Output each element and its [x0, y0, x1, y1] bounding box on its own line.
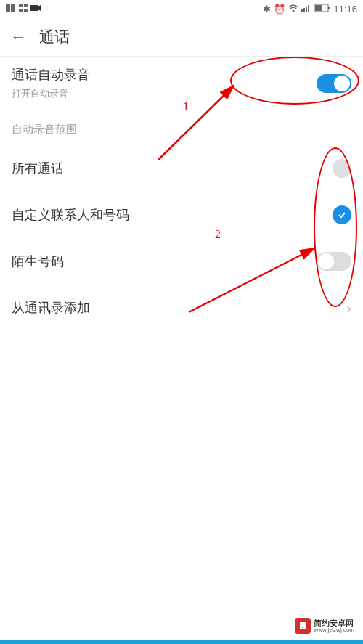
back-icon[interactable]: ←: [10, 29, 26, 45]
auto-record-title: 通话自动录音: [12, 66, 90, 83]
svg-point-8: [293, 9, 295, 12]
svg-rect-12: [308, 5, 309, 12]
custom-contacts-radio[interactable]: [333, 205, 351, 224]
unknown-numbers-toggle[interactable]: [317, 252, 351, 271]
auto-record-toggle[interactable]: [317, 74, 351, 93]
grid-icon: [19, 4, 28, 15]
bottom-accent-bar: [0, 640, 363, 644]
watermark-url: www.jylzwj.com: [314, 627, 354, 634]
battery-icon: [314, 4, 330, 15]
status-bar: ✱ ⏰ 11:16: [0, 0, 363, 17]
title-bar: ← 通话: [0, 17, 363, 57]
all-calls-label: 所有通话: [12, 160, 64, 177]
svg-rect-5: [24, 9, 28, 12]
section-header: 自动录音范围: [0, 110, 363, 145]
svg-rect-2: [19, 4, 23, 7]
wifi-icon: [288, 4, 298, 15]
svg-marker-7: [38, 5, 41, 11]
all-calls-radio[interactable]: [333, 159, 351, 178]
svg-rect-15: [328, 7, 330, 9]
alarm-icon: ⏰: [274, 4, 285, 15]
svg-rect-9: [301, 9, 303, 12]
svg-rect-11: [306, 7, 307, 12]
svg-rect-3: [24, 4, 28, 7]
svg-rect-1: [11, 4, 15, 12]
svg-rect-10: [303, 8, 305, 12]
custom-contacts-label: 自定义联系人和号码: [12, 206, 129, 224]
chevron-right-icon: ›: [346, 300, 351, 317]
page-title: 通话: [39, 27, 70, 47]
watermark: 简约安卓网 www.jylzwj.com: [292, 616, 357, 635]
svg-rect-20: [300, 622, 306, 629]
svg-point-21: [302, 627, 303, 628]
all-calls-row[interactable]: 所有通话: [0, 145, 363, 192]
unknown-numbers-row[interactable]: 陌生号码: [0, 238, 363, 285]
signal-icon: [301, 4, 311, 15]
svg-rect-6: [30, 5, 38, 11]
watermark-icon: [295, 618, 311, 634]
watermark-title: 简约安卓网: [314, 619, 354, 627]
gallery-icon: [6, 4, 16, 15]
auto-record-row[interactable]: 通话自动录音 打开自动录音: [0, 57, 363, 110]
svg-rect-14: [315, 5, 322, 11]
status-time: 11:16: [333, 4, 357, 15]
add-from-contacts-label: 从通讯录添加: [12, 299, 90, 317]
auto-record-subtitle: 打开自动录音: [12, 87, 90, 100]
custom-contacts-row[interactable]: 自定义联系人和号码: [0, 192, 363, 238]
svg-rect-0: [6, 4, 10, 12]
bluetooth-icon: ✱: [263, 4, 271, 15]
add-from-contacts-row[interactable]: 从通讯录添加 ›: [0, 285, 363, 331]
svg-rect-4: [19, 9, 23, 12]
unknown-numbers-label: 陌生号码: [12, 253, 64, 270]
camera-icon: [30, 4, 41, 15]
